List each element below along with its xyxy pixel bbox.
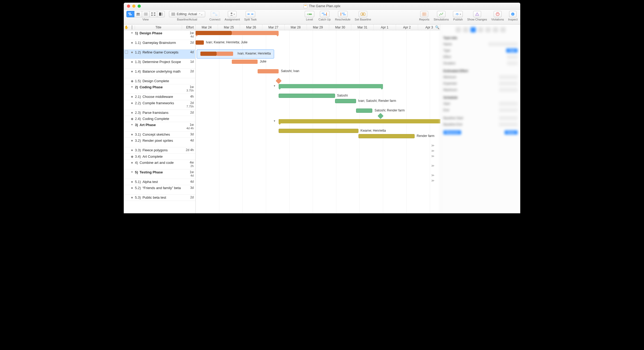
inspect-button[interactable]: i: [509, 11, 517, 17]
simulations-button[interactable]: [437, 11, 445, 17]
task-row[interactable]: 1.5) Design Complete: [124, 78, 195, 84]
task-row[interactable]: 4) Combine art and code4w2h: [124, 160, 195, 169]
gantt-view-button[interactable]: [126, 11, 134, 17]
catch-up-button[interactable]: [320, 11, 329, 17]
connect-button[interactable]: [211, 11, 219, 17]
minimize-window-button[interactable]: [132, 5, 135, 8]
connect-group: Connect: [209, 11, 220, 21]
assignment-button[interactable]: ▾: [228, 11, 237, 17]
show-changes-label: Show Changes: [467, 18, 487, 21]
show-changes-button[interactable]: [473, 11, 481, 17]
date-column[interactable]: Mar 28: [285, 24, 307, 30]
svg-rect-5: [144, 12, 148, 16]
date-column[interactable]: Mar 30: [329, 24, 352, 30]
gantt-bar[interactable]: [217, 52, 233, 56]
task-row[interactable]: ▼2) Coding Phase1w3.75h: [124, 84, 195, 94]
svg-text:i: i: [513, 13, 513, 16]
gantt-bar[interactable]: [258, 69, 279, 73]
reports-button[interactable]: [420, 11, 428, 17]
gantt-bar[interactable]: [356, 109, 373, 113]
baseline-select-text: Editing: Actual: [177, 12, 197, 16]
bar-assignees-label: Ivan; Kwame; Henrietta: [238, 52, 271, 55]
window-title: The Game Plan.oplx: [304, 4, 341, 8]
timeline-header[interactable]: Mar 24Mar 25Mar 26Mar 27Mar 28Mar 29Mar …: [196, 24, 440, 30]
task-row[interactable]: 1.2) Refine Game Concepts4d: [124, 49, 195, 59]
task-row[interactable]: ▼3) Art Phase1w4d 4h: [124, 122, 195, 132]
task-row[interactable]: 5.1) Alpha test4d: [124, 179, 195, 185]
reschedule-button[interactable]: [338, 11, 348, 17]
svg-rect-19: [247, 14, 250, 15]
task-row[interactable]: 1.4) Balance underlying math2d: [124, 69, 195, 78]
date-column[interactable]: Apr 1: [374, 24, 396, 30]
date-column[interactable]: Mar 31: [351, 24, 374, 30]
svg-rect-11: [154, 12, 155, 14]
gantt-bar[interactable]: [358, 134, 415, 138]
task-row[interactable]: 3.4) Art Complete: [124, 154, 195, 160]
toolbar: View Editing: Actual ⌃⌄ Baseline/Actual …: [124, 10, 520, 24]
bar-assignees-label: Satoshi: [337, 94, 348, 97]
gantt-bar[interactable]: [335, 99, 356, 103]
task-row[interactable]: 3.3) Fleece polygons2d 4h: [124, 147, 195, 153]
task-row[interactable]: 1.3) Determine Project Scope1d: [124, 59, 195, 69]
date-column[interactable]: Apr 2: [396, 24, 418, 30]
gantt-bar[interactable]: [279, 129, 358, 133]
svg-rect-10: [151, 12, 153, 14]
network-view-button[interactable]: [150, 11, 157, 17]
title-column-header[interactable]: Title: [135, 26, 182, 29]
date-column[interactable]: Mar 27: [262, 24, 285, 30]
split-task-button[interactable]: [246, 11, 255, 17]
task-outline[interactable]: ▼1) Design Phase1w4d1.1) Gameplay Brains…: [124, 30, 195, 213]
task-row[interactable]: ▼5) Testing Phase1w4d: [124, 169, 195, 179]
offscreen-indicator: ≫: [431, 173, 435, 177]
calendar-view-button[interactable]: [142, 11, 150, 17]
bar-assignees-label: Render farm: [417, 134, 435, 138]
set-baseline-button[interactable]: [359, 11, 367, 17]
zoom-icon[interactable]: 🔍: [435, 25, 439, 29]
task-row[interactable]: 2.2) Compile frameworks2d7.75h: [124, 100, 195, 110]
summary-bar[interactable]: [279, 84, 383, 88]
violations-button[interactable]: [494, 11, 502, 17]
assignment-label: Assignment: [225, 18, 240, 21]
date-column[interactable]: Mar 26: [240, 24, 262, 30]
svg-rect-28: [343, 14, 346, 15]
date-column[interactable]: Mar 24: [196, 24, 218, 30]
task-row[interactable]: 2.4) Coding Complete: [124, 116, 195, 122]
date-column[interactable]: Mar 29: [307, 24, 329, 30]
task-row[interactable]: 1.1) Gameplay Brainstorm2d: [124, 40, 195, 49]
task-row[interactable]: 3.1) Concept sketches3d: [124, 132, 195, 138]
task-row[interactable]: 3.2) Render pixel sprites4d: [124, 138, 195, 147]
publish-button[interactable]: ▾: [453, 11, 463, 17]
summary-bar[interactable]: [279, 119, 440, 123]
gantt-bar[interactable]: [232, 60, 258, 64]
note-column-icon[interactable]: [129, 26, 135, 29]
baseline-select[interactable]: Editing: Actual ⌃⌄: [169, 11, 205, 17]
gantt-bar[interactable]: [196, 40, 204, 45]
styles-view-button[interactable]: [157, 11, 165, 17]
task-row[interactable]: 2.1) Choose middleware4h: [124, 94, 195, 100]
task-row[interactable]: 5.3) Public beta test2d: [124, 195, 195, 201]
violations-label: Violations: [491, 18, 504, 21]
close-window-button[interactable]: [127, 5, 130, 8]
gantt-body[interactable]: Ivan; Kwame; Henrietta; JulieIvan; Kwame…: [196, 30, 440, 213]
gantt-bar[interactable]: [279, 94, 335, 98]
zoom-window-button[interactable]: [138, 5, 141, 8]
chevron-down-icon[interactable]: ▼: [273, 120, 276, 122]
milestone-marker[interactable]: [276, 78, 282, 84]
task-row[interactable]: 5.2) “Friends and family” beta3d: [124, 185, 195, 195]
svg-rect-17: [215, 15, 217, 16]
effort-column-header[interactable]: Effort: [182, 26, 195, 29]
date-column[interactable]: Mar 25: [218, 24, 240, 30]
task-row[interactable]: 2.3) Parse framistans2d: [124, 110, 195, 116]
resource-view-button[interactable]: [134, 11, 142, 17]
task-outline-panel: ✋ Title Effort ▼1) Design Phase1w4d1.1) …: [124, 24, 196, 213]
connect-label: Connect: [209, 18, 220, 21]
chevron-down-icon[interactable]: ▼: [273, 85, 276, 87]
offscreen-indicator: ≫: [431, 179, 435, 182]
svg-rect-24: [323, 14, 326, 15]
level-button[interactable]: [305, 11, 314, 17]
assignment-group: ▾ Assignment: [225, 11, 240, 21]
hand-column-icon[interactable]: ✋: [124, 25, 129, 29]
gantt-bar[interactable]: [200, 52, 217, 56]
task-row[interactable]: ▼1) Design Phase1w4d: [124, 30, 195, 40]
summary-bar[interactable]: [232, 31, 279, 35]
